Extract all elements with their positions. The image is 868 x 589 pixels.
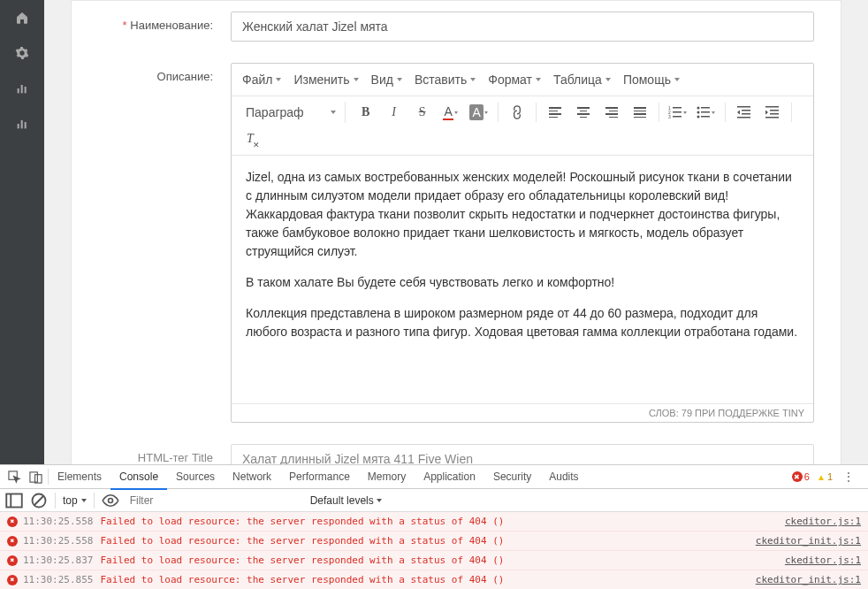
svg-marker-19 <box>737 111 740 115</box>
outdent-button[interactable] <box>731 100 758 125</box>
align-justify-button[interactable] <box>627 100 653 125</box>
device-toggle-button[interactable] <box>27 468 44 486</box>
italic-button[interactable]: I <box>381 100 407 125</box>
ordered-list-button[interactable]: 123 <box>665 100 691 125</box>
svg-point-16 <box>697 116 700 119</box>
bar-chart-icon <box>15 117 29 131</box>
log-message: Failed to load resource: the server resp… <box>100 553 784 568</box>
live-expression-button[interactable] <box>102 492 119 509</box>
indent-button[interactable] <box>759 100 786 125</box>
menu-help[interactable]: Помощь <box>618 67 685 92</box>
log-message: Failed to load resource: the server resp… <box>100 533 755 548</box>
unordered-list-icon <box>697 105 711 119</box>
menu-table[interactable]: Таблица <box>548 67 616 92</box>
chevron-down-icon <box>536 78 541 81</box>
title-input[interactable] <box>231 444 814 464</box>
tab-console[interactable]: Console <box>110 465 167 490</box>
sidebar-item-home[interactable] <box>0 0 44 35</box>
paragraph: Коллекция представлена в широком размерн… <box>246 304 799 341</box>
label-name: * Наименование: <box>72 11 231 32</box>
tab-elements[interactable]: Elements <box>49 465 110 488</box>
menu-format[interactable]: Формат <box>483 67 546 92</box>
svg-rect-20 <box>742 110 750 111</box>
console-log-row: ✖11:30:25.855Failed to load resource: th… <box>0 570 868 589</box>
svg-rect-1 <box>21 85 23 93</box>
log-source-link[interactable]: ckeditor_init.js:1 <box>756 533 861 548</box>
chevron-down-icon <box>674 78 680 81</box>
align-left-icon <box>549 107 561 118</box>
tab-application[interactable]: Application <box>415 465 484 488</box>
svg-rect-3 <box>18 124 19 128</box>
console-toolbar: top Default levels <box>0 489 868 512</box>
menu-edit[interactable]: Изменить <box>288 67 363 92</box>
devtools-menu-button[interactable]: ⋮ <box>840 470 857 483</box>
clear-format-button[interactable]: T✕ <box>237 126 263 151</box>
svg-rect-18 <box>737 106 750 108</box>
chevron-down-icon <box>331 111 336 114</box>
form-panel: * Наименование: Описание: Файл Изменить … <box>71 0 841 464</box>
svg-rect-7 <box>673 107 681 109</box>
block-format-select[interactable]: Параграф <box>237 102 346 123</box>
console-filter-input[interactable] <box>126 493 303 509</box>
rich-text-editor: Файл Изменить Вид Вставить Формат Таблиц… <box>231 63 814 423</box>
warning-count-badge[interactable]: 1 <box>817 471 833 482</box>
home-icon <box>15 11 29 25</box>
error-icon: ✖ <box>7 555 18 566</box>
log-source-link[interactable]: ckeditor.js:1 <box>785 514 861 529</box>
link-button[interactable] <box>504 100 530 125</box>
chevron-down-icon <box>712 111 715 114</box>
svg-rect-5 <box>25 122 27 128</box>
outdent-icon <box>737 105 751 119</box>
sidebar-item-stats-1[interactable] <box>0 71 44 106</box>
svg-rect-11 <box>673 116 681 118</box>
tab-audits[interactable]: Audits <box>540 465 587 488</box>
svg-text:3: 3 <box>668 114 671 119</box>
bold-button[interactable]: B <box>353 100 379 125</box>
console-log-row: ✖11:30:25.558Failed to load resource: th… <box>0 532 868 551</box>
log-source-link[interactable]: ckeditor.js:1 <box>785 553 861 568</box>
inspect-element-button[interactable] <box>5 468 23 486</box>
context-select[interactable]: top <box>63 494 87 507</box>
tab-network[interactable]: Network <box>224 465 280 488</box>
svg-rect-22 <box>737 117 750 119</box>
label-description: Описание: <box>72 63 231 83</box>
menu-file[interactable]: Файл <box>237 67 286 92</box>
sidebar-item-settings[interactable] <box>0 35 44 71</box>
sidebar-item-stats-2[interactable] <box>0 106 44 142</box>
clear-console-button[interactable] <box>30 492 48 509</box>
log-levels-select[interactable]: Default levels <box>310 494 382 507</box>
tab-performance[interactable]: Performance <box>280 465 359 488</box>
tab-security[interactable]: Security <box>484 465 540 488</box>
align-right-button[interactable] <box>598 100 625 125</box>
text-color-button[interactable]: A <box>438 100 464 125</box>
strike-button[interactable]: S <box>409 100 436 125</box>
align-justify-icon <box>634 107 646 118</box>
tab-memory[interactable]: Memory <box>359 465 415 488</box>
align-center-button[interactable] <box>570 100 597 125</box>
error-icon: ✖ <box>7 536 18 547</box>
paragraph: В таком халате Вы будете себя чувствоват… <box>246 273 799 292</box>
bg-color-button[interactable]: A <box>466 100 492 125</box>
menu-insert[interactable]: Вставить <box>409 67 481 92</box>
row-description: Описание: Файл Изменить Вид Вставить Фор… <box>72 52 841 433</box>
console-log: ✖11:30:25.558Failed to load resource: th… <box>0 512 868 589</box>
log-timestamp: 11:30:25.855 <box>23 572 93 587</box>
console-sidebar-toggle[interactable] <box>5 492 23 509</box>
unordered-list-button[interactable] <box>693 100 720 125</box>
log-message: Failed to load resource: the server resp… <box>100 572 755 587</box>
svg-rect-31 <box>6 493 22 507</box>
svg-rect-26 <box>770 113 779 115</box>
main-content: * Наименование: Описание: Файл Изменить … <box>44 0 868 464</box>
menu-view[interactable]: Вид <box>366 67 407 92</box>
name-input[interactable] <box>231 11 814 42</box>
svg-rect-23 <box>765 106 779 108</box>
editor-content-area[interactable]: Jizel, одна из самых востребованных женс… <box>232 156 813 403</box>
error-icon: ✖ <box>7 516 18 527</box>
error-count-badge[interactable]: 6 <box>792 471 810 482</box>
align-left-button[interactable] <box>542 100 568 125</box>
svg-point-35 <box>108 498 112 502</box>
tab-sources[interactable]: Sources <box>167 465 224 488</box>
row-name: * Наименование: <box>72 1 841 52</box>
svg-point-12 <box>697 107 700 110</box>
log-source-link[interactable]: ckeditor_init.js:1 <box>756 572 861 587</box>
